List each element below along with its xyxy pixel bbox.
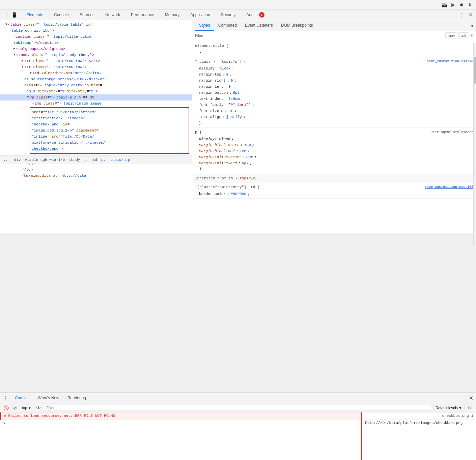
dom-line[interactable]: ▼ <td xmlns:dita-ot="http://dita- (0, 70, 192, 76)
dom-line[interactable]: ▼ <tbody class="- topic/tbody tbody"> (0, 52, 192, 58)
error-text: Failed to load resource: net::ERR_FILE_N… (8, 414, 115, 418)
tab-network[interactable]: Network (100, 9, 125, 20)
dom-selected-line[interactable]: ▼ <p class="- topic/p p"> == $0 (0, 94, 192, 100)
style-file-link-2[interactable]: some_custom…tion.css:105 (425, 184, 473, 190)
dom-tag: <caption class="- topic/title title (13, 34, 91, 40)
file-link-href-cont[interactable]: certification/../images/ (32, 116, 85, 120)
more-styles-tabs-button[interactable]: » (470, 23, 473, 29)
console-tab-whats-new[interactable]: What's New (34, 393, 63, 403)
style-source: *[class ~= "topic/p"] { some_custom…tion… (195, 59, 473, 65)
file-link-href-end[interactable]: checkbox.png (32, 122, 58, 126)
style-file-link[interactable]: some_custom…tion.css:90 (427, 59, 473, 65)
style-prop: text-indent: 0.6cm; (195, 96, 473, 102)
cls-button[interactable]: .cls (458, 32, 469, 38)
tab-memory[interactable]: Memory (160, 9, 185, 20)
style-prop: text-align: justify; (195, 114, 473, 120)
breadcrumb-item[interactable]: ... (3, 158, 11, 162)
tab-console[interactable]: Console (49, 9, 74, 20)
console-error-message: ⊗ Failed to load resource: net::ERR_FILE… (0, 412, 361, 420)
dom-line[interactable]: ▶ <colgroup>…</colgroup> (0, 46, 192, 52)
bottom-area: ⋮ Console What's New Rendering ✕ 🚫 ⊘ top… (0, 393, 476, 460)
dom-tag: <tbody class="- topic/tbody tbody"> (16, 52, 94, 58)
record-icon[interactable]: ⏺ (458, 1, 465, 8)
console-content: ⊗ Failed to load resource: net::ERR_FILE… (0, 412, 476, 460)
style-prop: margin-block-end: 1em; (195, 148, 473, 154)
style-prop: font-size: 12pt; (195, 108, 473, 114)
eye-button[interactable]: 👁 (35, 404, 42, 411)
tab-event-listeners[interactable]: Event Listeners (241, 20, 277, 31)
tab-dom-breakpoints[interactable]: DOM Breakpoints (277, 20, 317, 31)
tab-audits[interactable]: Audits 1 (241, 9, 270, 20)
style-section-p-agent: p { user agent stylesheet display: block… (192, 128, 476, 174)
tab-styles[interactable]: Styles (195, 20, 214, 31)
camera-icon[interactable]: 📷 (440, 1, 449, 8)
file-link-src-end[interactable]: checkbox.png (32, 147, 58, 151)
tab-computed[interactable]: Computed (214, 20, 241, 31)
tab-performance[interactable]: Performance (125, 9, 160, 20)
block-requests-button[interactable]: ⊘ (11, 404, 18, 411)
collapse-triangle[interactable]: ▼ (13, 52, 16, 58)
dom-line[interactable]: ▼ <table class="- topic/table table" id= (0, 22, 192, 28)
close-console-button[interactable]: ✕ (469, 395, 473, 401)
play-icon[interactable]: ▶ (450, 1, 456, 8)
hov-button[interactable]: :hov (445, 32, 457, 38)
top-icon-bar: 📷 ▶ ⏺ ⬇ (0, 0, 476, 9)
close-devtools-button[interactable]: ✕ (467, 11, 475, 19)
styles-content: element.style { } *[class ~= "topic/p"] … (192, 40, 476, 233)
style-prop: display: block; (195, 136, 473, 142)
collapse-triangle[interactable]: ▼ (30, 70, 32, 76)
console-filter-input[interactable] (44, 405, 431, 410)
dom-line: "col1" dita-ot:x="1" dita-ot:y="2"> (0, 88, 192, 94)
dom-line: </td> (0, 167, 192, 173)
dom-line[interactable]: <img class="- topic/image image (0, 100, 192, 107)
add-style-button[interactable]: + (470, 32, 473, 38)
collapse-triangle[interactable]: ▼ (27, 94, 29, 100)
dom-line[interactable]: ▶ <tr class="- topic/row row">…</tr> (0, 58, 192, 64)
breadcrumb-item[interactable]: div (13, 158, 22, 162)
filter-bar: :hov .cls + (192, 31, 476, 40)
style-close-brace: } (195, 166, 473, 172)
log-levels-selector[interactable]: Default levels ▼ (433, 405, 465, 410)
elements-panel: ▼ <table class="- topic/table table" id=… (0, 20, 192, 233)
inspect-element-button[interactable]: ⬚ (1, 11, 9, 19)
style-prop: margin-inline-end: 0px; (195, 160, 473, 166)
dom-line: tablecap"></caption> (0, 40, 192, 46)
breadcrumb-item-selected[interactable]: p.-.topic/p.p (101, 158, 131, 162)
download-icon[interactable]: ⬇ (467, 1, 473, 8)
context-selector[interactable]: top ▼ (20, 405, 33, 410)
dom-line[interactable]: ▼ <tr class="- topic/row row"> (0, 64, 192, 70)
tab-application[interactable]: Application (185, 9, 216, 20)
more-tabs-button[interactable]: ⋮ (457, 11, 465, 19)
console-tabs: ⋮ Console What's New Rendering ✕ (0, 393, 476, 403)
console-settings-button[interactable]: ⚙ (467, 404, 473, 411)
breadcrumb-item[interactable]: td (92, 158, 98, 162)
breadcrumb-item[interactable]: #table_cgh_wzp_1kb (24, 158, 66, 162)
clear-console-button[interactable]: 🚫 (3, 404, 9, 411)
styles-filter-input[interactable] (195, 33, 444, 37)
file-link-href[interactable]: file:/D:/Data/platform/ (45, 110, 96, 114)
style-source: *[class~="topic/entry"], td { some_custo… (195, 184, 473, 190)
console-input-line[interactable]: > (0, 420, 361, 427)
elements-tree: ▼ <table class="- topic/table table" id=… (0, 20, 192, 233)
collapse-triangle[interactable]: ▼ (5, 22, 7, 28)
console-menu-button[interactable]: ⋮ (3, 395, 8, 401)
dom-tag: <tr class="- topic/row row">…</tr> (24, 58, 100, 64)
main-area: ▼ <table class="- topic/table table" id=… (0, 20, 476, 233)
tab-security[interactable]: Security (216, 9, 241, 20)
console-tab-rendering[interactable]: Rendering (63, 393, 90, 403)
tab-elements[interactable]: Elements (21, 9, 49, 20)
dom-line: <td xmlns:dita-ot="http://dita- (0, 173, 192, 179)
dom-line[interactable]: <caption class="- topic/title title (0, 34, 192, 40)
tab-sources[interactable]: Sources (74, 9, 100, 20)
error-location: checkbox.png:1 (362, 412, 476, 420)
device-toolbar-button[interactable]: 📱 (10, 11, 18, 19)
expand-triangle[interactable]: ▶ (22, 58, 24, 64)
expand-triangle[interactable]: ▶ (13, 46, 16, 52)
breadcrumb-item[interactable]: tr (83, 158, 89, 162)
file-link-src[interactable]: file:/D:/Data/ (63, 135, 94, 139)
file-link-src-cont[interactable]: platform/certification/../images/ (32, 141, 105, 145)
collapse-triangle[interactable]: ▼ (22, 64, 24, 70)
console-tab-console[interactable]: Console (11, 393, 34, 403)
breadcrumb-item[interactable]: tbody (68, 158, 81, 162)
style-selector: *[class ~= "topic/p"] { (195, 59, 246, 65)
